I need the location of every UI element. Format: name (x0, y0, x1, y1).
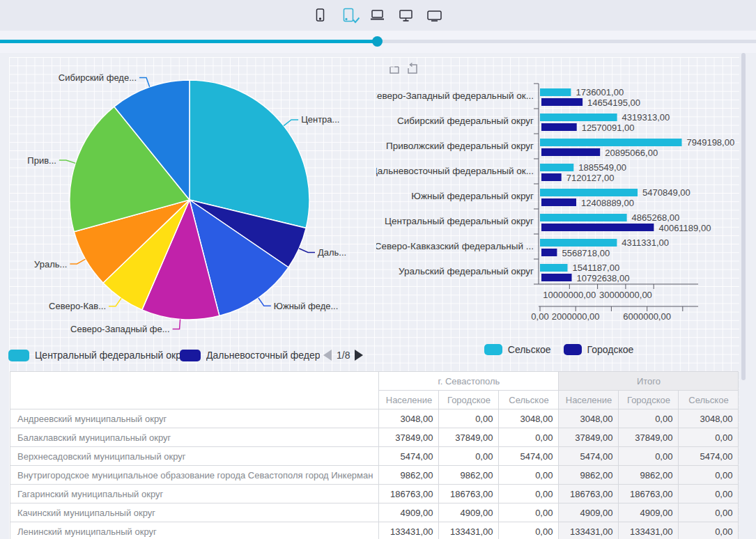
value-cell: 9862,00 (619, 466, 679, 485)
table-column-header: Население (379, 391, 439, 409)
smartphone-button[interactable] (311, 6, 331, 24)
bar-category-label: Центральный федеральный округ (385, 216, 534, 226)
table-row[interactable]: Внутригородское муниципальное образовани… (10, 466, 739, 485)
laptop-button[interactable] (369, 6, 388, 24)
value-cell: 37849,00 (439, 428, 499, 447)
bar-category-label: Дальневосточный федеральный ок... (376, 166, 534, 176)
pie-slice-label: Центра... (301, 114, 339, 125)
next-page-icon[interactable] (355, 350, 363, 361)
pie-slice-label: Южный феде... (274, 301, 339, 311)
tablet-button[interactable] (340, 6, 360, 24)
vertical-scrollbar[interactable] (741, 53, 746, 380)
slider-handle[interactable] (372, 36, 383, 47)
value-cell: 4909,00 (559, 503, 619, 522)
bar-urban-7[interactable] (541, 274, 572, 281)
bar-chart[interactable]: Северо-Западный федеральный ок...1736001… (376, 53, 741, 331)
bar-urban-4[interactable] (541, 198, 576, 206)
bar-value-label: 1541187,00 (572, 263, 619, 273)
bar-urban-5[interactable] (541, 224, 654, 231)
value-cell: 4909,00 (619, 503, 679, 522)
tablet-icon (340, 6, 360, 24)
value-cell: 9862,00 (379, 466, 439, 485)
table-row[interactable]: Гагаринский муниципальный округ186763,00… (10, 485, 739, 503)
bar-value-label: 4319313,00 (622, 112, 670, 123)
bar-legend-item-0[interactable]: Сельское (484, 341, 551, 359)
bar-urban-0[interactable] (541, 98, 583, 106)
prev-page-icon[interactable] (323, 350, 332, 361)
bar-urban-1[interactable] (541, 123, 577, 131)
dashboard-screen: Центра...Даль...Южный феде...Северо-Запа… (0, 0, 756, 539)
bar-category-label: Уральский федеральный округ (399, 266, 534, 276)
value-cell: 0,00 (499, 503, 559, 522)
row-name-cell: Ленинский муниципальный округ (10, 522, 379, 539)
value-cell: 0,00 (499, 466, 559, 485)
legend-swatch (484, 344, 502, 355)
bar-urban-2[interactable] (541, 148, 600, 156)
legend-swatch (564, 344, 582, 355)
row-name-cell: Балаклавский муниципальный округ (10, 428, 379, 447)
value-cell: 4909,00 (379, 503, 439, 522)
pie-legend-item-0[interactable]: Центральный федеральный округ (8, 346, 190, 364)
svg-text:0,00: 0,00 (531, 311, 548, 322)
value-cell: 5474,00 (379, 447, 439, 466)
value-cell: 186763,00 (559, 485, 619, 503)
svg-text:2000000,00: 2000000,00 (552, 311, 600, 322)
value-cell: 37849,00 (619, 428, 679, 447)
desktop-monitor-icon (397, 6, 417, 24)
value-cell: 37849,00 (379, 428, 439, 447)
desktop-monitor-button[interactable] (397, 6, 417, 24)
bar-rural-0[interactable] (540, 88, 571, 96)
slider-fill (0, 40, 377, 43)
bar-value-label: 7949198,00 (686, 137, 734, 148)
bar-value-label: 14654195,00 (587, 97, 640, 108)
value-cell: 0,00 (679, 503, 739, 522)
bar-urban-3[interactable] (541, 173, 562, 181)
bar-rural-1[interactable] (540, 114, 617, 121)
table-row[interactable]: Ленинский муниципальный округ133431,0013… (10, 522, 739, 539)
value-cell: 37849,00 (559, 428, 619, 447)
pie-chart[interactable]: Центра...Даль...Южный феде...Северо-Запа… (0, 53, 369, 366)
bar-value-label: 40061189,00 (658, 223, 711, 233)
bar-rural-6[interactable] (540, 239, 617, 247)
value-cell: 0,00 (679, 522, 739, 539)
value-cell: 0,00 (679, 428, 739, 447)
bar-rural-7[interactable] (540, 264, 568, 272)
smartphone-icon (311, 6, 331, 24)
table-group-header: Итого (559, 372, 739, 391)
bar-value-label: 12570091,00 (582, 123, 635, 133)
table-row[interactable]: Качинский муниципальный округ4909,004909… (10, 503, 739, 522)
legend-swatch (180, 350, 201, 361)
device-toolbar (0, 0, 756, 31)
bar-urban-6[interactable] (541, 249, 557, 256)
value-cell: 0,00 (439, 409, 499, 428)
table-row[interactable]: Андреевский муниципальный округ3048,000,… (10, 409, 739, 428)
bar-category-label: Северо-Кавказский федеральный ... (376, 241, 534, 251)
table-row[interactable]: Балаклавский муниципальный округ37849,00… (10, 428, 739, 447)
value-cell: 186763,00 (619, 485, 679, 503)
value-cell: 9862,00 (439, 466, 499, 485)
bar-value-label: 1736001,00 (576, 87, 624, 97)
pie-legend-item-1[interactable]: Дальневосточный федеральны (180, 346, 320, 364)
tv-icon (426, 6, 445, 24)
legend-label: Сельское (508, 344, 551, 355)
row-name-cell: Гагаринский муниципальный округ (10, 485, 379, 503)
legend-pager: 1/8 (323, 346, 363, 364)
population-table: г. СевастопольИтогоНаселениеГородскоеСел… (10, 371, 739, 539)
bar-rural-3[interactable] (540, 164, 573, 171)
value-cell: 0,00 (499, 485, 559, 503)
bar-rural-4[interactable] (540, 189, 638, 196)
row-name-cell: Качинский муниципальный округ (10, 503, 379, 522)
table-row[interactable]: Верхнесадовский муниципальный округ5474,… (10, 447, 739, 466)
legend-label: Городское (587, 344, 634, 355)
bar-category-label: Северо-Западный федеральный ок... (376, 91, 534, 101)
page-indicator: 1/8 (337, 350, 350, 361)
bar-legend-item-1[interactable]: Городское (564, 341, 634, 359)
value-cell: 0,00 (619, 447, 679, 466)
bar-rural-2[interactable] (540, 139, 682, 146)
value-cell: 186763,00 (439, 485, 499, 503)
bar-rural-5[interactable] (540, 214, 627, 221)
tv-button[interactable] (426, 6, 445, 24)
table-group-header: г. Севастополь (379, 372, 559, 391)
dashboard-canvas: Центра...Даль...Южный феде...Северо-Запа… (0, 53, 756, 539)
table-column-header: Сельское (499, 391, 559, 409)
